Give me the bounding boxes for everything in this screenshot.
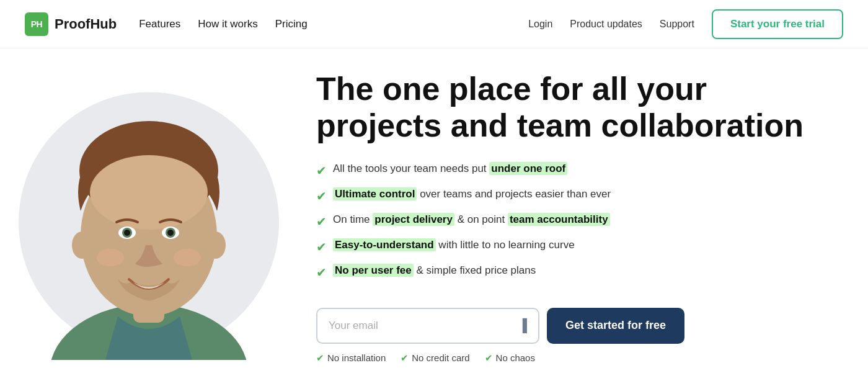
check-icon-4: ✔ [316,238,327,256]
header: PH ProofHub Features How it works Pricin… [0,0,868,48]
nav-how-it-works[interactable]: How it works [198,18,257,30]
small-check-icon-3: ✔ [485,352,493,364]
check-icon-2: ✔ [316,187,327,205]
product-updates-link[interactable]: Product updates [570,19,642,30]
nav-features[interactable]: Features [139,18,180,30]
email-input-wrapper[interactable]: Your email ▐ [316,308,539,344]
main-nav: Features How it works Pricing [139,18,307,30]
svg-point-12 [174,249,201,266]
feature-item-1: ✔ All the tools your team needs put unde… [316,161,831,180]
header-left: PH ProofHub Features How it works Pricin… [25,12,308,36]
get-started-button[interactable]: Get started for free [547,308,684,344]
svg-point-4 [90,155,208,230]
cta-row: Your email ▐ Get started for free [316,308,831,344]
nav-pricing[interactable]: Pricing [275,18,308,30]
logo-icon: PH [25,12,48,36]
hero-title: The one place for all your projects and … [316,71,831,143]
hero-content: The one place for all your projects and … [298,48,868,386]
feature-item-2: ✔ Ultimate control over teams and projec… [316,186,831,205]
hero-person-image [43,74,254,360]
check-icon-5: ✔ [316,263,327,282]
svg-point-14 [206,231,226,259]
no-install-item-2: ✔ No credit card [401,352,469,364]
main-content: The one place for all your projects and … [0,48,868,386]
feature-item-3: ✔ On time project delivery & on point te… [316,212,831,231]
feature-item-4: ✔ Easy-to-understand with little to no l… [316,237,831,256]
no-install-item-1: ✔ No installation [316,352,386,364]
check-icon-3: ✔ [316,212,327,231]
svg-point-13 [72,231,92,259]
no-install-item-3: ✔ No chaos [485,352,535,364]
logo[interactable]: PH ProofHub [25,12,117,36]
hero-image-area [0,48,298,386]
email-placeholder: Your email [329,320,378,332]
svg-point-9 [124,230,130,236]
trial-button[interactable]: Start your free trial [712,9,843,39]
logo-text: ProofHub [55,16,117,32]
feature-list: ✔ All the tools your team needs put unde… [316,161,831,288]
svg-point-11 [97,249,124,266]
login-link[interactable]: Login [528,19,552,30]
header-right: Login Product updates Support Start your… [528,9,843,39]
support-link[interactable]: Support [660,19,694,30]
check-icon-1: ✔ [316,161,327,180]
feature-item-5: ✔ No per user fee & simple fixed price p… [316,263,831,282]
small-check-icon-1: ✔ [316,352,324,364]
no-install-row: ✔ No installation ✔ No credit card ✔ No … [316,352,831,364]
svg-point-10 [167,230,174,236]
small-check-icon-2: ✔ [401,352,409,364]
email-icon: ▐ [518,318,527,333]
